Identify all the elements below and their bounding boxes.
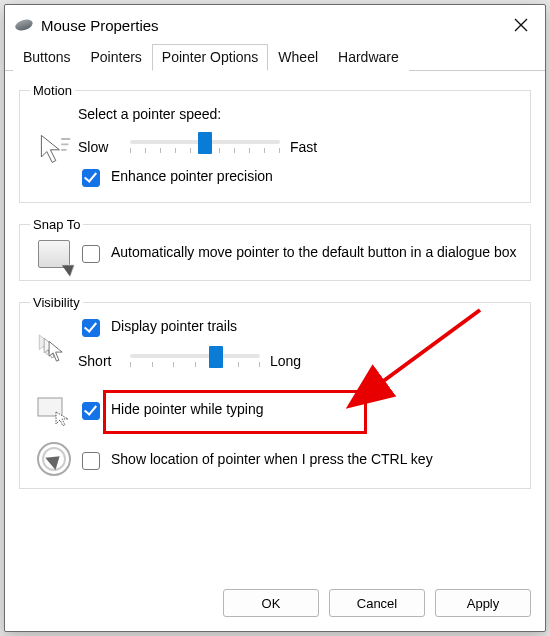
close-button[interactable] — [507, 11, 535, 39]
close-icon — [514, 18, 528, 32]
window-title: Mouse Properties — [41, 17, 507, 34]
group-visibility: Visibility Display pointer trails — [19, 295, 531, 489]
hide-typing-icon — [30, 394, 78, 426]
ok-button[interactable]: OK — [223, 589, 319, 617]
snapto-checkbox[interactable] — [82, 245, 100, 263]
hide-typing-checkbox[interactable] — [82, 402, 100, 420]
group-snapto-legend: Snap To — [30, 217, 83, 232]
hide-typing-label: Hide pointer while typing — [111, 401, 264, 419]
pointer-trails-checkbox[interactable] — [82, 319, 100, 337]
group-snapto: Snap To Automatically move pointer to th… — [19, 217, 531, 281]
tab-wheel[interactable]: Wheel — [268, 44, 328, 71]
snapto-icon — [30, 240, 78, 268]
dialog-buttons: OK Cancel Apply — [5, 579, 545, 631]
slider-thumb[interactable] — [209, 346, 223, 368]
group-visibility-legend: Visibility — [30, 295, 83, 310]
trails-short-label: Short — [78, 353, 120, 369]
speed-fast-label: Fast — [290, 139, 332, 155]
pointer-trails-label: Display pointer trails — [111, 318, 237, 336]
slider-thumb[interactable] — [198, 132, 212, 154]
enhance-precision-checkbox[interactable] — [82, 169, 100, 187]
ctrl-locate-checkbox[interactable] — [82, 452, 100, 470]
title-bar: Mouse Properties — [5, 5, 545, 43]
ctrl-locate-icon — [30, 442, 78, 476]
tab-pointer-options[interactable]: Pointer Options — [152, 44, 269, 71]
group-motion: Motion Select a pointer speed: Slow — [19, 83, 531, 203]
pointer-speed-icon — [30, 130, 78, 166]
pointer-speed-slider[interactable] — [130, 134, 280, 160]
pointer-trails-icon — [30, 330, 78, 366]
apply-button[interactable]: Apply — [435, 589, 531, 617]
pointer-trails-slider[interactable] — [130, 348, 260, 374]
mouse-icon — [14, 17, 34, 32]
cancel-button[interactable]: Cancel — [329, 589, 425, 617]
ctrl-locate-label: Show location of pointer when I press th… — [111, 451, 433, 469]
tab-pointers[interactable]: Pointers — [80, 44, 151, 71]
tab-panel: Motion Select a pointer speed: Slow — [5, 71, 545, 579]
snapto-label: Automatically move pointer to the defaul… — [111, 244, 516, 262]
svg-rect-0 — [38, 398, 62, 416]
mouse-properties-dialog: Mouse Properties Buttons Pointers Pointe… — [4, 4, 546, 632]
tab-strip: Buttons Pointers Pointer Options Wheel H… — [5, 43, 545, 71]
enhance-precision-label: Enhance pointer precision — [111, 168, 273, 186]
tab-buttons[interactable]: Buttons — [13, 44, 80, 71]
tab-hardware[interactable]: Hardware — [328, 44, 409, 71]
speed-slow-label: Slow — [78, 139, 120, 155]
group-motion-legend: Motion — [30, 83, 75, 98]
trails-long-label: Long — [270, 353, 312, 369]
pointer-speed-label: Select a pointer speed: — [78, 106, 520, 122]
